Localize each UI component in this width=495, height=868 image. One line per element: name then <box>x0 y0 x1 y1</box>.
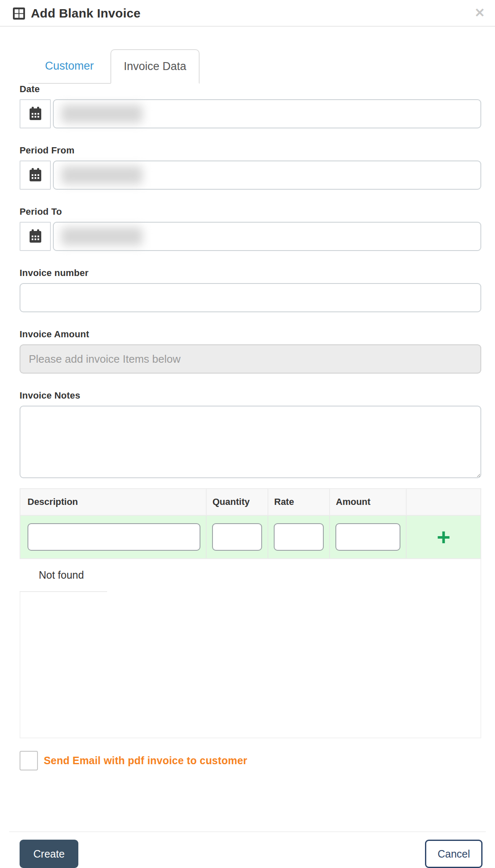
column-header-actions <box>407 489 480 515</box>
invoice-amount-label: Invoice Amount <box>20 329 481 340</box>
send-email-checkbox[interactable] <box>20 751 38 770</box>
invoice-notes-textarea[interactable] <box>20 406 481 478</box>
period-from-label: Period From <box>20 145 481 156</box>
invoice-notes-field-group: Invoice Notes <box>20 390 481 478</box>
modal-header: Add Blank Invoice ✕ <box>0 0 495 27</box>
table-icon <box>12 7 25 20</box>
invoice-items-table: Description Quantity Rate Amount <box>20 488 481 738</box>
invoice-notes-label: Invoice Notes <box>20 390 481 401</box>
send-email-label[interactable]: Send Email with pdf invoice to customer <box>44 755 247 767</box>
date-field-group: Date <box>20 84 481 128</box>
invoice-amount-input <box>20 344 481 374</box>
item-quantity-input[interactable] <box>212 523 262 551</box>
period-from-input[interactable] <box>53 161 481 190</box>
tab-invoice-data[interactable]: Invoice Data <box>110 49 200 84</box>
item-amount-input[interactable] <box>335 523 400 551</box>
tab-bar: Customer Invoice Data <box>20 49 481 84</box>
item-rate-input[interactable] <box>274 523 324 551</box>
modal-body: Customer Invoice Data Date <box>0 27 495 790</box>
modal-footer: Create Cancel <box>0 831 495 868</box>
create-button[interactable]: Create <box>20 840 78 868</box>
calendar-icon[interactable] <box>20 161 51 190</box>
item-description-input[interactable] <box>28 523 200 551</box>
date-input[interactable] <box>53 99 481 128</box>
period-to-field-group: Period To <box>20 206 481 251</box>
column-header-description: Description <box>20 489 207 515</box>
invoice-number-field-group: Invoice number <box>20 268 481 312</box>
invoice-amount-field-group: Invoice Amount <box>20 329 481 374</box>
column-header-rate: Rate <box>268 489 330 515</box>
invoice-number-label: Invoice number <box>20 268 481 278</box>
column-header-amount: Amount <box>330 489 407 515</box>
date-label: Date <box>20 84 481 95</box>
description-suggestion-not-found[interactable]: Not found <box>20 559 107 592</box>
new-item-row: + <box>20 516 481 559</box>
calendar-icon[interactable] <box>20 222 51 251</box>
add-item-icon[interactable]: + <box>437 528 450 547</box>
period-to-input[interactable] <box>53 222 481 251</box>
cancel-button[interactable]: Cancel <box>425 840 482 868</box>
items-table-body: Not found <box>20 559 481 738</box>
close-icon[interactable]: ✕ <box>475 7 485 19</box>
modal-title: Add Blank Invoice <box>31 6 140 20</box>
period-to-label: Period To <box>20 206 481 217</box>
items-table-header: Description Quantity Rate Amount <box>20 488 481 516</box>
period-from-field-group: Period From <box>20 145 481 190</box>
send-email-group: Send Email with pdf invoice to customer <box>20 751 481 770</box>
tab-customer[interactable]: Customer <box>28 49 110 83</box>
invoice-number-input[interactable] <box>20 283 481 312</box>
add-blank-invoice-modal: Add Blank Invoice ✕ Customer Invoice Dat… <box>0 0 495 868</box>
column-header-quantity: Quantity <box>207 489 268 515</box>
calendar-icon[interactable] <box>20 99 51 128</box>
